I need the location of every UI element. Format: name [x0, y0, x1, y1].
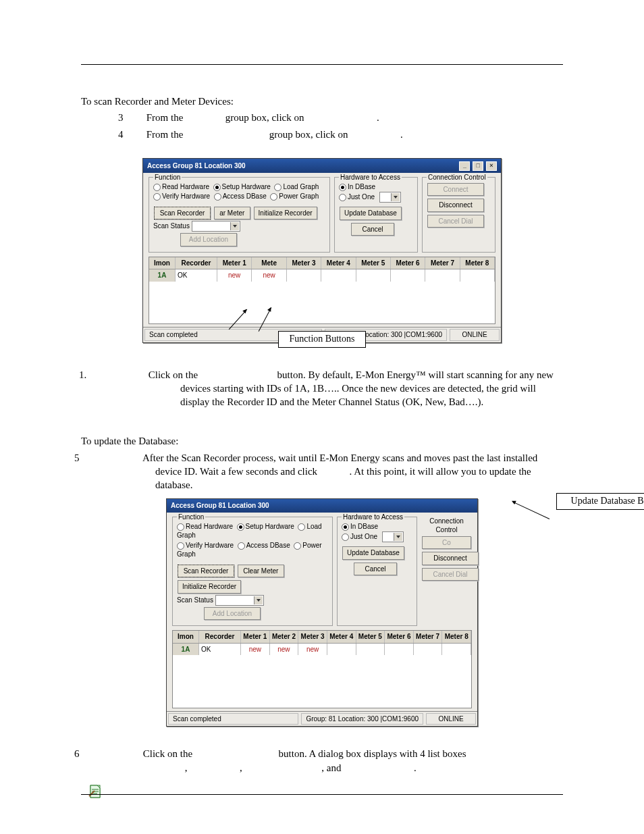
top-panel: Function Read Hardware Setup Hardware Lo…: [143, 173, 501, 254]
connection-control-group: Connection Control Connect Disconnect Ca…: [422, 177, 495, 253]
hardware-access-group: Hardware to Access In DBase Just One Upd…: [337, 517, 417, 627]
maximize-icon[interactable]: □: [473, 161, 483, 171]
step-4-text-a: From the: [146, 129, 186, 140]
function-legend: Function: [153, 173, 182, 182]
step-4-text-b: group box, click on: [269, 129, 350, 140]
step-1: 1. Click on the button. By default, E-Mo…: [103, 368, 563, 409]
step-4: 4 From the group box, click on .: [118, 128, 563, 141]
radio-just-one[interactable]: [339, 194, 346, 201]
initialize-recorder-button[interactable]: Initialize Recorder: [254, 207, 317, 220]
callout-function-buttons: Function Buttons: [278, 331, 366, 348]
scan-status-label: Scan Status: [153, 222, 190, 230]
heading-update-db: To update the Database:: [81, 434, 563, 448]
step-4-text-c: .: [400, 129, 403, 140]
access-group-window-1: Access Group 81 Location 300 _ □ × Funct…: [142, 158, 502, 343]
top-panel: Function Read Hardware Setup Hardware Lo…: [167, 513, 477, 628]
grid-header: Imon Recorder Meter 1 Mete Meter 3 Meter…: [149, 257, 495, 270]
scan-recorder-button[interactable]: Scan Recorder: [178, 565, 234, 578]
window-control-buttons[interactable]: _ □ ×: [458, 161, 497, 171]
connection-control-group: Connection Control Co Disconnect Cancel …: [421, 517, 472, 627]
status-right: ONLINE: [450, 329, 500, 341]
arrow-icon: [512, 502, 549, 519]
window-titlebar: Access Group 81 Location 300: [167, 499, 477, 513]
window-titlebar: Access Group 81 Location 300 _ □ ×: [143, 159, 501, 173]
step-3-text-b: group box, click on: [225, 112, 306, 123]
window-title: Access Group 81 Location 300: [171, 501, 269, 511]
window-title: Access Group 81 Location 300: [147, 161, 246, 171]
step-3-text-c: .: [377, 112, 379, 123]
radio-access-dbase[interactable]: [214, 193, 221, 201]
radio-in-dbase[interactable]: [339, 184, 346, 191]
step-5-num: 5: [115, 451, 140, 465]
update-database-button[interactable]: Update Database: [340, 207, 402, 220]
add-location-button[interactable]: Add Location: [180, 233, 237, 246]
step-3: 3 From the group box, click on .: [118, 111, 563, 124]
device-grid: Imon Recorder Meter 1 Meter 2 Meter 3 Me…: [172, 630, 472, 708]
step-3-num: 3: [118, 111, 144, 124]
radio-load-graph[interactable]: [274, 184, 281, 191]
radio-setup-hardware[interactable]: [213, 184, 221, 191]
cancel-dial-button[interactable]: Cancel Dial: [427, 215, 484, 228]
clear-meter-button[interactable]: ar Meter: [214, 207, 250, 220]
access-group-window-2: Access Group 81 Location 300 Function Re…: [166, 498, 478, 727]
conn-legend: Connection Control: [427, 173, 487, 182]
just-one-select[interactable]: [379, 192, 401, 203]
note-icon: [88, 783, 104, 802]
scan-status-select[interactable]: [192, 221, 240, 232]
hw-legend: Hardware to Access: [339, 173, 402, 182]
cancel-button[interactable]: Cancel: [354, 563, 397, 576]
bottom-rule: [81, 794, 563, 795]
body-text: To scan Recorder and Meter Devices: 3 Fr…: [81, 95, 563, 805]
step-1b: button. By default, E-Mon Energy™ will s…: [180, 369, 554, 408]
step-5: 5 After the Scan Recorder process, wait …: [88, 451, 563, 492]
scan-recorder-button[interactable]: Scan Recorder: [154, 207, 211, 220]
top-rule: [81, 64, 563, 65]
step-6-num: 6: [115, 747, 140, 760]
radio-read-hardware[interactable]: [153, 184, 161, 191]
step-3-text-a: From the: [146, 112, 186, 123]
radio-power-graph[interactable]: [270, 193, 277, 201]
heading-scan-devices: To scan Recorder and Meter Devices:: [81, 95, 563, 108]
window2-wrap: Access Group 81 Location 300 Function Re…: [81, 498, 563, 727]
minimize-icon[interactable]: _: [459, 161, 470, 171]
clear-meter-button[interactable]: Clear Meter: [238, 565, 284, 578]
update-database-button[interactable]: Update Database: [342, 546, 404, 560]
callout-update-database: Update Database Button: [556, 493, 644, 510]
device-grid: Imon Recorder Meter 1 Mete Meter 3 Meter…: [149, 257, 495, 325]
close-icon[interactable]: ×: [486, 161, 497, 171]
grid-row: 1A OK new new: [149, 269, 495, 282]
add-location-button[interactable]: Add Location: [204, 607, 261, 621]
function-group: Function Read Hardware Setup Hardware Lo…: [149, 177, 330, 253]
connect-button[interactable]: Connect: [427, 183, 484, 197]
callout-label: Function Buttons: [278, 331, 366, 348]
radio-verify-hardware[interactable]: [153, 193, 161, 201]
step-6: 6 Click on the button. A dialog box disp…: [88, 747, 563, 775]
hardware-access-group: Hardware to Access In DBase Just One Upd…: [334, 177, 418, 253]
grid-body: 1A OK new new: [149, 269, 495, 323]
function-group: Function Read Hardware Setup Hardware Lo…: [172, 517, 333, 627]
cancel-button[interactable]: Cancel: [351, 223, 394, 236]
disconnect-button[interactable]: Disconnect: [427, 199, 484, 212]
page: To scan Recorder and Meter Devices: 3 Fr…: [0, 0, 644, 834]
step-1-num: 1.: [130, 368, 146, 382]
scan-status-select[interactable]: [215, 595, 264, 606]
step-4-num: 4: [118, 128, 144, 141]
step-1a: Click on the: [149, 369, 200, 380]
initialize-recorder-button[interactable]: Initialize Recorder: [178, 580, 241, 594]
